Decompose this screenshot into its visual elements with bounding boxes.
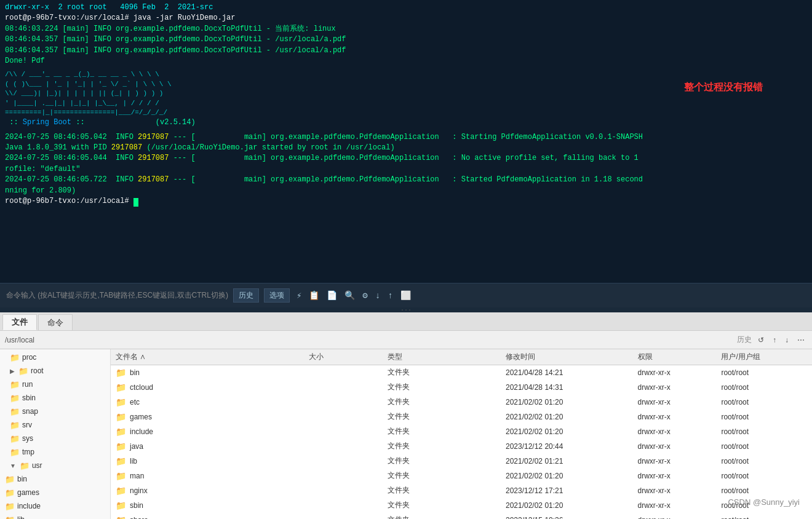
file-modified: 2021/02/02 01:20: [501, 498, 633, 513]
spring-version-line: :: Spring Boot :: (v2.5.14): [5, 117, 807, 128]
file-owner: root/root: [716, 424, 812, 439]
file-modified: 2021/04/28 14:31: [501, 380, 633, 395]
no-error-annotation: 整个过程没有报错: [684, 80, 763, 94]
file-size: [304, 380, 383, 395]
folder-icon: 📁: [18, 366, 28, 376]
table-row[interactable]: 📁 nginx 文件夹 2023/12/12 17:21 drwxr-xr-x …: [111, 483, 812, 498]
up-icon[interactable]: ↑: [386, 291, 394, 301]
sidebar-item-usr-lib[interactable]: 📁lib: [0, 513, 110, 519]
sidebar-item-usr-games[interactable]: 📁games: [0, 486, 110, 499]
sidebar-item-sbin[interactable]: 📁sbin: [0, 391, 110, 405]
file-size: [304, 424, 383, 439]
file-list: 文件名 ∧ 大小 类型 修改时间 权限 用户/用户组 📁 bin 文件夹 202…: [111, 349, 812, 519]
file-owner: root/root: [716, 498, 812, 513]
file-owner: root/root: [716, 454, 812, 469]
tab-files[interactable]: 文件: [2, 314, 37, 330]
folder-icon: 📁: [20, 461, 30, 470]
sidebar-item-snap[interactable]: 📁snap: [0, 405, 110, 418]
col-modified[interactable]: 修改时间: [501, 349, 633, 365]
file-size: [304, 483, 383, 498]
file-type: 文件夹: [383, 380, 501, 395]
file-name: ctcloud: [130, 383, 153, 392]
folder-icon: 📁: [5, 475, 15, 484]
file-toolbar: /usr/local 历史 ↺ ↑ ↓ ⋯: [0, 331, 812, 349]
table-row[interactable]: 📁 java 文件夹 2023/12/12 20:44 drwxr-xr-x r…: [111, 439, 812, 454]
table-row[interactable]: 📁 include 文件夹 2021/02/02 01:20 drwxr-xr-…: [111, 424, 812, 439]
file-perms: drwxr-xr-x: [633, 395, 717, 410]
toolbar-divider: 历史: [737, 335, 752, 345]
file-pane: 📁proc ▶ 📁root 📁run 📁sbin 📁snap 📁srv 📁sys: [0, 349, 812, 519]
down-icon[interactable]: ↓: [373, 291, 382, 301]
file-size: [304, 410, 383, 424]
sidebar-item-usr-include[interactable]: 📁include: [0, 499, 110, 513]
settings-icon[interactable]: ⚙: [360, 290, 369, 301]
table-row[interactable]: 📁 games 文件夹 2021/02/02 01:20 drwxr-xr-x …: [111, 410, 812, 424]
sidebar-item-srv[interactable]: 📁srv: [0, 418, 110, 432]
folder-icon: 📁: [10, 407, 20, 416]
terminal-line: root@p-96b7-tvxo:/usr/local#: [5, 196, 807, 207]
file-size: [304, 454, 383, 469]
file-type: 文件夹: [383, 395, 501, 410]
sidebar-item-run[interactable]: 📁run: [0, 378, 110, 391]
file-type: 文件夹: [383, 424, 501, 439]
download-icon[interactable]: ↓: [782, 336, 791, 344]
col-filename[interactable]: 文件名 ∧: [111, 349, 304, 365]
history-button[interactable]: 历史: [233, 288, 259, 303]
file-perms: drwxr-xr-x: [633, 469, 717, 483]
folder-icon: 📁: [10, 421, 20, 430]
sidebar-item-usr-bin[interactable]: 📁bin: [0, 472, 110, 486]
file-owner: root/root: [716, 380, 812, 395]
terminal-line: root@p-96b7-tvxo:/usr/local# java -jar R…: [5, 13, 807, 23]
file-perms: drwxr-xr-x: [633, 410, 717, 424]
file-size: [304, 498, 383, 513]
options-button[interactable]: 选项: [264, 288, 290, 303]
file-modified: 2023/12/12 20:44: [501, 439, 633, 454]
table-row[interactable]: 📁 bin 文件夹 2021/04/28 14:21 drwxr-xr-x ro…: [111, 365, 812, 380]
table-row[interactable]: 📁 share 文件夹 2022/12/15 10:36 drwxr-xr-x …: [111, 513, 812, 520]
sidebar-item-usr[interactable]: ▼ 📁usr: [0, 459, 110, 472]
table-row[interactable]: 📁 ctcloud 文件夹 2021/04/28 14:31 drwxr-xr-…: [111, 380, 812, 395]
sidebar-item-sys[interactable]: 📁sys: [0, 432, 110, 445]
folder-icon: 📁: [10, 353, 20, 362]
sidebar-item-proc[interactable]: 📁proc: [0, 351, 110, 364]
tab-commands[interactable]: 命令: [38, 314, 73, 330]
folder-icon: 📁: [116, 471, 126, 481]
file-modified: 2021/02/02 01:20: [501, 395, 633, 410]
col-type[interactable]: 类型: [383, 349, 501, 365]
file-type: 文件夹: [383, 439, 501, 454]
file-owner: root/root: [716, 469, 812, 483]
file-modified: 2021/04/28 14:21: [501, 365, 633, 380]
file-owner: root/root: [716, 483, 812, 498]
file-owner: root/root: [716, 439, 812, 454]
flash-icon[interactable]: ⚡: [295, 290, 303, 301]
table-row[interactable]: 📁 sbin 文件夹 2021/02/02 01:20 drwxr-xr-x r…: [111, 498, 812, 513]
file-icon[interactable]: 📄: [325, 290, 339, 301]
col-size[interactable]: 大小: [304, 349, 383, 365]
folder-icon: 📁: [116, 382, 126, 392]
copy-icon[interactable]: 📋: [307, 290, 321, 301]
file-type: 文件夹: [383, 454, 501, 469]
upload-icon[interactable]: ↑: [770, 336, 779, 344]
tab-bar: 文件 命令: [0, 312, 812, 331]
more-icon[interactable]: ⋯: [795, 336, 807, 344]
terminal: drwxr-xr-x 2 root root 4096 Feb 2 2021-s…: [0, 0, 812, 283]
col-owner[interactable]: 用户/用户组: [716, 349, 812, 365]
folder-icon: 📁: [5, 515, 15, 520]
table-row[interactable]: 📁 man 文件夹 2021/02/02 01:20 drwxr-xr-x ro…: [111, 469, 812, 483]
terminal-line: 2024-07-25 08:46:05.722 INFO 2917087 ---…: [5, 175, 807, 185]
maximize-icon[interactable]: ⬜: [399, 290, 413, 301]
folder-icon: 📁: [116, 412, 126, 422]
terminal-line: nning for 2.809): [5, 186, 807, 196]
file-modified: 2021/02/02 01:21: [501, 454, 633, 469]
terminal-line: 2024-07-25 08:46:05.042 INFO 2917087 ---…: [5, 132, 807, 143]
search-icon[interactable]: 🔍: [343, 290, 357, 301]
terminal-line: 08:46:04.357 [main] INFO org.example.pdf…: [5, 34, 807, 45]
col-perms[interactable]: 权限: [633, 349, 717, 365]
refresh-icon[interactable]: ↺: [755, 336, 766, 344]
table-row[interactable]: 📁 lib 文件夹 2021/02/02 01:21 drwxr-xr-x ro…: [111, 454, 812, 469]
table-row[interactable]: 📁 etc 文件夹 2021/02/02 01:20 drwxr-xr-x ro…: [111, 395, 812, 410]
folder-icon: 📁: [116, 486, 126, 496]
folder-icon: 📁: [116, 368, 126, 378]
sidebar-item-root[interactable]: ▶ 📁root: [0, 364, 110, 378]
sidebar-item-tmp[interactable]: 📁tmp: [0, 445, 110, 459]
